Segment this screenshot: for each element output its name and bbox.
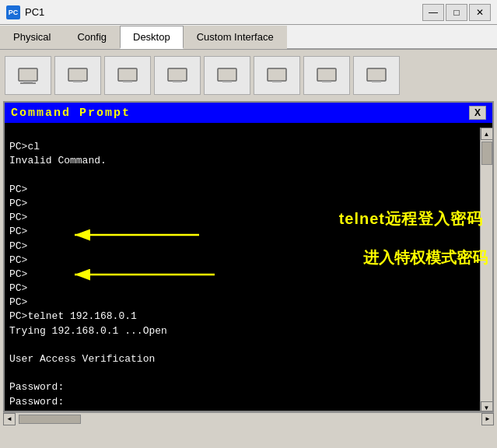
- svg-rect-7: [168, 68, 187, 81]
- desktop-icon-7[interactable]: [303, 56, 350, 95]
- tab-custom-interface[interactable]: Custom Interface: [184, 26, 287, 49]
- scrollbar-horizontal[interactable]: ◄ ►: [3, 412, 494, 425]
- svg-rect-3: [68, 68, 87, 81]
- svg-rect-0: [19, 68, 37, 81]
- cmd-close-button[interactable]: X: [469, 106, 486, 120]
- tab-physical[interactable]: Physical: [0, 26, 64, 49]
- desktop-icon-6[interactable]: [254, 56, 300, 95]
- desktop-icon-4[interactable]: [154, 56, 201, 95]
- scroll-left-arrow[interactable]: ◄: [3, 413, 16, 425]
- desktop-icon-8[interactable]: [353, 56, 400, 95]
- svg-rect-12: [272, 81, 282, 82]
- desktop-icon-3[interactable]: [104, 56, 151, 95]
- window-title: PC1: [25, 6, 418, 18]
- scrollbar-vertical[interactable]: ▲ ▼: [480, 128, 492, 412]
- svg-rect-5: [118, 68, 137, 81]
- tab-desktop[interactable]: Desktop: [120, 26, 184, 49]
- desktop-icon-1[interactable]: [5, 56, 51, 95]
- desktop-icon-5[interactable]: [204, 56, 250, 95]
- terminal-output[interactable]: PC>cl Invalid Command. PC> PC> PC> PC> P…: [5, 123, 492, 411]
- svg-rect-10: [222, 81, 232, 82]
- window-controls: — □ ✕: [422, 4, 491, 21]
- svg-rect-2: [20, 82, 36, 84]
- cmd-container: Command Prompt X PC>cl Invalid Command. …: [3, 101, 494, 412]
- scroll-up-arrow[interactable]: ▲: [481, 128, 493, 140]
- svg-rect-1: [23, 81, 33, 82]
- maximize-button[interactable]: □: [446, 4, 467, 21]
- tab-config[interactable]: Config: [64, 26, 120, 49]
- scroll-down-arrow[interactable]: ▼: [481, 401, 493, 412]
- svg-rect-4: [73, 81, 82, 82]
- cmd-title-bar: Command Prompt X: [5, 103, 492, 123]
- close-button[interactable]: ✕: [469, 4, 491, 21]
- svg-rect-8: [173, 81, 182, 82]
- svg-rect-11: [268, 68, 286, 81]
- svg-rect-6: [123, 81, 132, 82]
- tab-bar: Physical Config Desktop Custom Interface: [0, 25, 497, 50]
- icon-strip: [3, 53, 494, 98]
- cmd-title-text: Command Prompt: [11, 107, 131, 120]
- minimize-button[interactable]: —: [422, 4, 444, 21]
- svg-rect-9: [218, 68, 236, 81]
- svg-rect-13: [317, 68, 336, 81]
- content-area: Command Prompt X PC>cl Invalid Command. …: [0, 50, 497, 448]
- scroll-right-arrow[interactable]: ►: [481, 413, 494, 425]
- window-icon: PC: [6, 5, 20, 19]
- desktop-icon-2[interactable]: [54, 56, 101, 95]
- svg-rect-15: [367, 68, 386, 81]
- scroll-thumb-h[interactable]: [19, 415, 81, 424]
- svg-rect-14: [322, 81, 331, 82]
- cmd-window: Command Prompt X PC>cl Invalid Command. …: [3, 101, 494, 412]
- terminal-text: PC>cl Invalid Command. PC> PC> PC> PC> P…: [9, 141, 380, 411]
- title-bar: PC PC1 — □ ✕: [0, 0, 497, 25]
- svg-rect-16: [372, 81, 381, 82]
- scroll-thumb-v[interactable]: [481, 142, 492, 165]
